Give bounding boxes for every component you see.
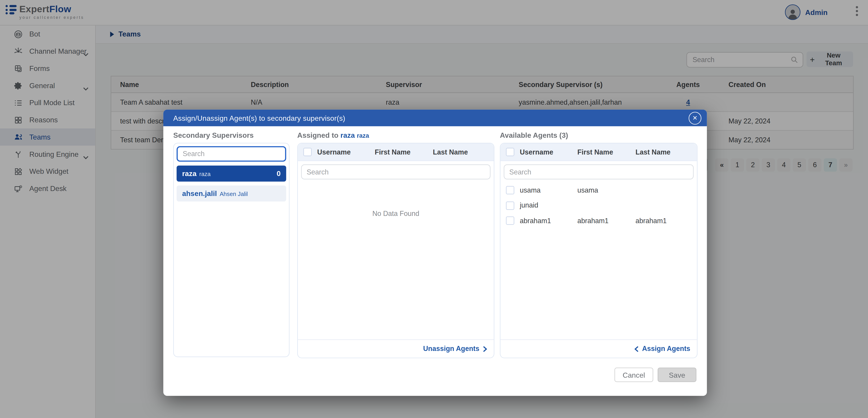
no-data-found-text: No Data Found: [298, 210, 494, 217]
cancel-button[interactable]: Cancel: [614, 368, 653, 382]
supervisor-item-ahsen-jalil[interactable]: ahsen.jalil Ahsen Jalil: [177, 185, 286, 202]
assigned-to-heading: Assigned to raza raza: [297, 131, 369, 140]
chevron-right-icon: [483, 346, 487, 352]
secondary-supervisors-panel: raza raza 0 ahsen.jalil Ahsen Jalil: [173, 143, 289, 357]
agent-row-usama[interactable]: usama usama: [500, 183, 697, 198]
app-root: ExpertFlow your callcenter experts Admin…: [0, 0, 868, 418]
modal-title: Assign/Unassign Agent(s) to secondary su…: [173, 114, 345, 122]
save-button[interactable]: Save: [658, 368, 696, 382]
chevron-left-icon: [634, 346, 639, 352]
available-panel-footer: Assign Agents: [500, 339, 697, 358]
supervisors-search-input[interactable]: [177, 146, 286, 161]
close-icon[interactable]: ✕: [689, 112, 701, 125]
select-all-checkbox[interactable]: [506, 148, 515, 156]
supervisor-item-raza[interactable]: raza raza 0: [177, 166, 286, 182]
assigned-count-badge: 0: [277, 170, 281, 178]
row-checkbox[interactable]: [506, 201, 515, 210]
agent-row-abraham1[interactable]: abraham1 abraham1 abraham1: [500, 213, 697, 228]
row-checkbox[interactable]: [506, 217, 515, 225]
assigned-search-input[interactable]: [301, 165, 490, 179]
available-agents-panel: Username First Name Last Name usama usam…: [500, 143, 698, 358]
assigned-supervisor-name: raza: [357, 132, 369, 139]
secondary-supervisors-heading: Secondary Supervisors: [173, 131, 254, 140]
assigned-supervisor-username: raza: [341, 131, 355, 140]
unassign-agents-button[interactable]: Unassign Agents: [423, 345, 487, 353]
available-table-header: Username First Name Last Name: [500, 143, 697, 161]
select-all-checkbox[interactable]: [303, 148, 312, 156]
assigned-agents-panel: Username First Name Last Name No Data Fo…: [297, 143, 494, 358]
assign-agents-button[interactable]: Assign Agents: [634, 345, 690, 353]
assigned-panel-footer: Unassign Agents: [298, 339, 494, 358]
assign-agents-modal: Assign/Unassign Agent(s) to secondary su…: [163, 110, 707, 396]
available-search-input[interactable]: [504, 165, 694, 179]
assigned-table-header: Username First Name Last Name: [298, 143, 494, 161]
row-checkbox[interactable]: [506, 186, 515, 195]
modal-header: Assign/Unassign Agent(s) to secondary su…: [163, 110, 707, 126]
available-agents-heading: Available Agents (3): [500, 131, 568, 140]
agent-row-junaid[interactable]: junaid: [500, 198, 697, 213]
modal-footer: Cancel Save: [614, 368, 696, 382]
